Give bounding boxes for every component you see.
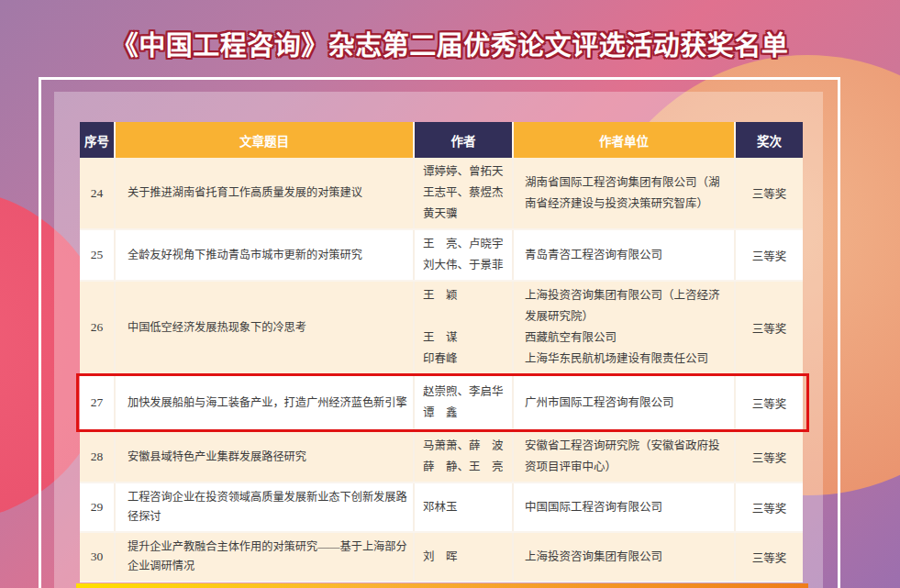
cell-award: 三等奖 — [736, 483, 803, 531]
table-row-30: 30提升企业产教融合主体作用的对策研究——基于上海部分企业调研情况刘 晖上海投资… — [80, 533, 803, 582]
cell-authors: 王 颖 王 谋印春峰 — [415, 282, 512, 373]
cell-authors: 邓林玉 — [415, 483, 512, 531]
cell-no: 30 — [80, 533, 114, 581]
cell-title: 加快发展船舶与海工装备产业，打造广州经济蓝色新引擎 — [116, 375, 413, 430]
header-cell-award: 奖次 — [736, 122, 803, 158]
table-row-29: 29工程咨询企业在投资领域高质量发展新业态下创新发展路径探讨邓林玉中国国际工程咨… — [80, 483, 803, 533]
table-header-row: 序号文章题目作者作者单位奖次 — [80, 122, 803, 158]
table-row-24: 24关于推进湖南省托育工作高质量发展的对策建议谭婷婷、曾拓天王志平、蔡煜杰黄天骥… — [80, 158, 803, 230]
cell-award: 三等奖 — [736, 282, 803, 373]
cell-award: 三等奖 — [736, 375, 803, 430]
section-divider-bar — [76, 583, 808, 588]
cell-no: 28 — [80, 432, 114, 482]
cell-no: 29 — [80, 483, 114, 531]
cell-title: 提升企业产教融合主体作用的对策研究——基于上海部分企业调研情况 — [116, 533, 413, 581]
table-row-26: 26中国低空经济发展热现象下的冷思考王 颖 王 谋印春峰上海投资咨询集团有限公司… — [80, 282, 803, 375]
cell-authors: 刘 晖 — [415, 533, 512, 581]
cell-award: 三等奖 — [736, 230, 803, 280]
cell-no: 25 — [80, 230, 114, 280]
poster-background: { "page_title": "《中国工程咨询》杂志第二届优秀论文评选活动获奖… — [0, 0, 900, 588]
cell-award: 三等奖 — [736, 432, 803, 482]
cell-title: 全龄友好视角下推动青岛市城市更新的对策研究 — [116, 230, 413, 280]
cell-authors: 王 亮、卢晓宇刘大伟、于景菲 — [415, 230, 512, 280]
cell-title: 工程咨询企业在投资领域高质量发展新业态下创新发展路径探讨 — [116, 483, 413, 531]
cell-authors: 赵崇煦、李启华谭 鑫 — [415, 375, 512, 430]
cell-orgs: 上海投资咨询集团有限公司 — [514, 533, 734, 581]
header-cell-orgs: 作者单位 — [514, 122, 734, 158]
cell-award: 三等奖 — [736, 533, 803, 581]
awards-table: 序号文章题目作者作者单位奖次 24关于推进湖南省托育工作高质量发展的对策建议谭婷… — [80, 122, 803, 588]
cell-orgs: 青岛青咨工程咨询有限公司 — [514, 230, 734, 280]
page-title: 《中国工程咨询》杂志第二届优秀论文评选活动获奖名单 — [0, 24, 900, 62]
cell-orgs: 湖南省国际工程咨询集团有限公司（湖南省经济建设与投资决策研究智库） — [514, 158, 734, 228]
cell-title: 关于推进湖南省托育工作高质量发展的对策建议 — [116, 158, 413, 228]
table-row-27: 27加快发展船舶与海工装备产业，打造广州经济蓝色新引擎赵崇煦、李启华谭 鑫广州市… — [80, 375, 803, 432]
cell-no: 24 — [80, 158, 114, 228]
cell-orgs: 中国国际工程咨询有限公司 — [514, 483, 734, 531]
table-body: 24关于推进湖南省托育工作高质量发展的对策建议谭婷婷、曾拓天王志平、蔡煜杰黄天骥… — [80, 158, 803, 582]
cell-orgs: 安徽省工程咨询研究院（安徽省政府投资项目评审中心） — [514, 432, 734, 482]
cell-no: 27 — [80, 375, 114, 430]
cell-orgs: 广州市国际工程咨询有限公司 — [514, 375, 734, 430]
cell-title: 中国低空经济发展热现象下的冷思考 — [116, 282, 413, 373]
header-cell-title: 文章题目 — [116, 122, 413, 158]
cell-authors: 马萧萧、薛 波薛 静、王 亮 — [415, 432, 512, 482]
cell-title: 安徽县域特色产业集群发展路径研究 — [116, 432, 413, 482]
cell-award: 三等奖 — [736, 158, 803, 228]
cell-authors: 谭婷婷、曾拓天王志平、蔡煜杰黄天骥 — [415, 158, 512, 228]
header-cell-no: 序号 — [80, 122, 114, 158]
cell-orgs: 上海投资咨询集团有限公司（上咨经济发展研究院）西藏航空有限公司上海华东民航机场建… — [514, 282, 734, 373]
table-row-25: 25全龄友好视角下推动青岛市城市更新的对策研究王 亮、卢晓宇刘大伟、于景菲青岛青… — [80, 230, 803, 282]
cell-no: 26 — [80, 282, 114, 373]
table-row-28: 28安徽县域特色产业集群发展路径研究马萧萧、薛 波薛 静、王 亮安徽省工程咨询研… — [80, 432, 803, 483]
header-cell-authors: 作者 — [415, 122, 512, 158]
